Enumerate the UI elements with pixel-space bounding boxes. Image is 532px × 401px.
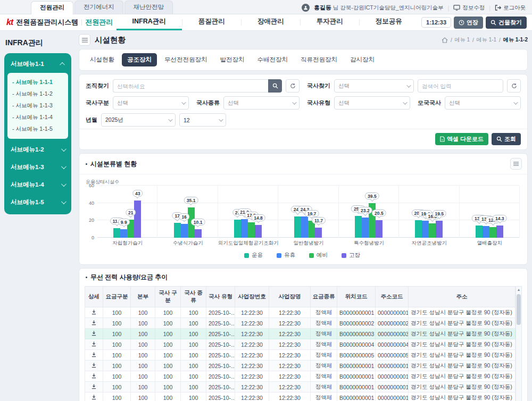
table-cell: 12:22:30	[269, 318, 311, 329]
app-tab[interactable]: 전기에너지	[74, 1, 123, 14]
divider: |	[489, 5, 491, 11]
nav-item[interactable]: 투자관리	[301, 14, 359, 30]
facility-tab[interactable]: 시설현황	[85, 53, 120, 66]
table-cell: 0000000005	[376, 350, 409, 361]
breadcrumb-item[interactable]: 메뉴 1-1	[477, 36, 496, 44]
table-cell: 12:22:30	[269, 371, 311, 382]
row-download-button[interactable]	[91, 341, 97, 347]
org-search-button[interactable]	[268, 79, 282, 93]
row-download-button[interactable]	[91, 394, 97, 400]
row-download-button[interactable]	[91, 373, 97, 379]
office-search-input[interactable]	[418, 79, 503, 93]
row-download-button[interactable]	[91, 362, 97, 368]
org-search-input[interactable]	[113, 79, 268, 93]
sidebar-menu[interactable]: 서브메뉴1-5	[4, 194, 71, 211]
bar-value-label: 35.1	[184, 197, 198, 204]
sidebar-menu[interactable]: 서브메뉴1-3	[4, 158, 71, 176]
nav-item[interactable]: 장애관리	[242, 14, 300, 30]
sidebar-submenu-item[interactable]: - 서브메뉴 1-1-1	[12, 77, 63, 88]
row-download-button[interactable]	[91, 320, 97, 325]
sidebar-menu[interactable]: 서브메뉴1-4	[4, 176, 71, 194]
facility-tab[interactable]: 감시장치	[345, 53, 380, 66]
table-header-cell: 사업장명	[269, 287, 311, 307]
chevron-down-icon	[168, 117, 172, 121]
home-icon[interactable]	[442, 37, 448, 43]
row-download-button[interactable]	[91, 309, 97, 315]
table-cell: 12:22:30	[235, 350, 269, 361]
table-row[interactable]: 1001001001002025-10-…12:22:3012:22:30정액제…	[85, 382, 516, 392]
x-axis-categories: 자립형가습기수냉식가습기외기도입일체형공기조화기일반형냉방기특수형냉방기자연공조…	[97, 238, 520, 247]
sidebar-submenu-item[interactable]: - 서브메뉴 1-1-4	[12, 112, 63, 123]
menu-toggle-button[interactable]	[79, 34, 90, 46]
download-icon	[91, 373, 97, 379]
user-name-suffix: 님	[333, 4, 339, 11]
table-cell: 100	[103, 329, 131, 339]
excel-download-button[interactable]: 엑셀 다운로드	[435, 133, 488, 145]
parent-office-select[interactable]: 선택	[445, 96, 521, 110]
bar-value-label: 14.3	[493, 215, 507, 222]
table-header-cell: 주소코드	[376, 287, 409, 307]
download-icon	[91, 383, 97, 389]
facility-tab[interactable]: 직류전원장치	[295, 53, 343, 66]
nav-item[interactable]: 품질관리	[182, 14, 241, 30]
table-scrollbar[interactable]: ▲ ▼	[516, 286, 522, 401]
chart-menu-button[interactable]	[510, 158, 522, 170]
table-cell: 100	[155, 307, 181, 318]
table-cell: 경기도 성남시 분당구 불정로 90 (정자동)	[409, 361, 516, 371]
sidebar-submenu-item[interactable]: - 서브메뉴 1-1-2	[12, 88, 63, 100]
legend-item: 예비	[309, 252, 328, 259]
table-row[interactable]: 1001001001002025-10-…12:22:3012:22:30정액제…	[85, 329, 516, 339]
bar-유휴	[181, 224, 188, 238]
table-header-cell: 국사 유형	[206, 287, 235, 307]
search-submit-button[interactable]: 조회	[492, 133, 521, 145]
nav-item[interactable]: 정보공유	[360, 14, 418, 30]
table-row[interactable]: 1001001001002025-10-…12:22:3012:22:30정액제…	[85, 392, 516, 401]
scroll-up-icon[interactable]: ▲	[517, 287, 521, 293]
table-row[interactable]: 1001001001002025-10-…12:22:3012:22:30정액제…	[85, 371, 516, 382]
table-row[interactable]: 1001001001002025-10-…12:22:3012:22:30정액제…	[85, 361, 516, 371]
search-icon	[272, 83, 278, 89]
table-cell: 정액제	[311, 361, 337, 371]
table-cell: 100	[103, 318, 131, 329]
facility-tab[interactable]: 무선전전원장치	[159, 53, 213, 66]
table-cell: 100	[181, 339, 206, 350]
table-row[interactable]: 1001001001002025-10-…12:22:3012:22:30정액제…	[85, 318, 516, 329]
extend-session-button[interactable]: 연장	[454, 16, 483, 29]
app-tab[interactable]: 재난안전망	[124, 1, 173, 14]
category-label: 자연공조냉방기	[399, 238, 459, 247]
table-row[interactable]: 1001001001002025-10-…12:22:3012:22:30정액제…	[85, 350, 516, 361]
sidebar-submenu-item[interactable]: - 서브메뉴 1-1-5	[12, 123, 63, 135]
office-class-select[interactable]: 선택	[113, 96, 189, 110]
app-header: kt 전원품질관리시스템 전원관리 INFRA관리품질관리장애관리투자관리정보공…	[0, 14, 532, 31]
org-reset-button[interactable]	[286, 79, 300, 93]
month-select[interactable]: 12	[179, 113, 226, 127]
facility-tab[interactable]: 공조장치	[122, 53, 157, 66]
sidebar-menu[interactable]: 서브메뉴1-2	[4, 141, 71, 158]
app-tab[interactable]: 전원관리	[31, 1, 73, 14]
sidebar-menu[interactable]: 서브메뉴1-1	[4, 55, 71, 73]
office-reset-button[interactable]	[507, 79, 521, 93]
nav-item[interactable]: INFRA관리	[117, 14, 182, 30]
office-kind-select[interactable]: 선택	[223, 96, 300, 110]
table-row[interactable]: 1001001001002025-10-…12:22:3012:22:30정액제…	[85, 307, 516, 318]
office-search-select[interactable]: 선택	[334, 79, 414, 93]
find-building-button[interactable]: 건물찾기	[486, 16, 527, 29]
bar-value-label: 43	[132, 190, 143, 197]
table-cell: B0000000001	[337, 361, 376, 371]
bar-value-label: 19.5	[433, 210, 447, 217]
office-type-select[interactable]: 선택	[334, 96, 410, 110]
edit-info-button[interactable]: 정보수정	[453, 4, 485, 12]
row-download-button[interactable]	[91, 352, 97, 357]
table-row[interactable]: 1001001001002025-10-…12:22:3012:22:30정액제…	[85, 339, 516, 350]
bar-유휴	[241, 219, 248, 238]
bar-유휴	[301, 216, 308, 238]
breadcrumb-item[interactable]: 메뉴 1	[455, 36, 470, 44]
scrollbar-thumb[interactable]	[517, 294, 521, 325]
row-download-button[interactable]	[91, 383, 97, 389]
facility-tab[interactable]: 수배전장치	[252, 53, 294, 66]
sidebar-submenu-item[interactable]: - 서브메뉴 1-1-3	[12, 100, 63, 112]
row-download-button[interactable]	[91, 330, 97, 336]
logout-button[interactable]: 로그아웃	[495, 4, 526, 12]
year-select[interactable]: 2025년	[101, 113, 176, 127]
facility-tab[interactable]: 발전장치	[215, 53, 250, 66]
